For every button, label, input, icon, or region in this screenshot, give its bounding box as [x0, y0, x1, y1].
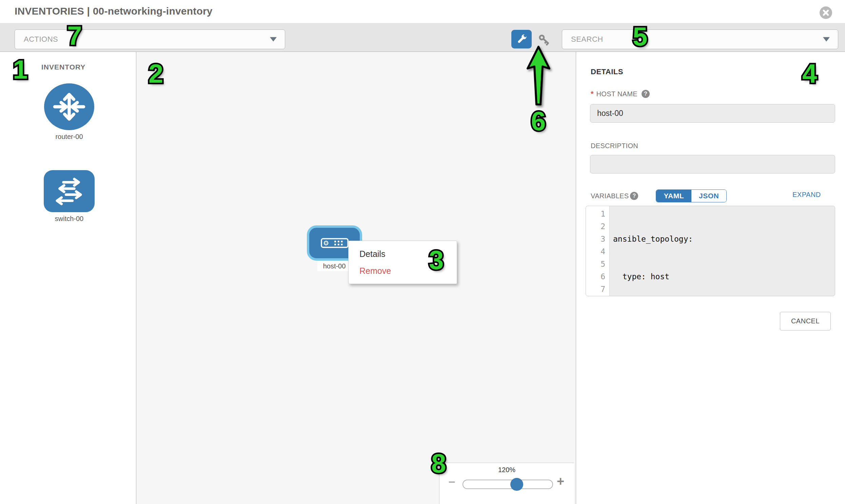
close-icon	[822, 9, 829, 16]
annotation-number-2: 2	[148, 58, 163, 89]
inventory-palette-title: INVENTORY	[41, 63, 85, 71]
line-number: 1	[586, 208, 605, 220]
annotation-arrow-up	[524, 44, 554, 108]
annotation-number-4: 4	[802, 58, 817, 89]
code-line: ansible_topology:	[613, 233, 835, 246]
expand-link[interactable]: EXPAND	[792, 191, 821, 199]
palette-item-label: router-00	[43, 133, 95, 141]
annotation-number-7: 7	[67, 20, 82, 51]
topology-canvas[interactable]: host-00 Details Remove 120% − +	[136, 52, 576, 504]
line-number: 4	[586, 246, 605, 258]
palette-item-switch[interactable]: switch-00	[43, 170, 95, 223]
zoom-out-button[interactable]: −	[448, 476, 455, 488]
zoom-slider-track[interactable]	[462, 480, 553, 489]
actions-dropdown-label: ACTIONS	[24, 35, 58, 44]
host-icon	[321, 238, 349, 248]
annotation-number-5: 5	[633, 21, 647, 52]
host-node-label: host-00	[317, 261, 351, 271]
details-panel: DETAILS * HOST NAME ? DESCRIPTION VARIAB…	[577, 52, 845, 504]
code-line: type: host	[613, 270, 835, 283]
zoom-level-value: 120%	[439, 466, 574, 474]
line-number: 6	[586, 270, 605, 283]
zoom-in-button[interactable]: +	[557, 474, 564, 488]
host-name-input[interactable]	[590, 104, 835, 123]
palette-item-label: switch-00	[43, 215, 95, 223]
search-dropdown[interactable]: SEARCH	[562, 30, 838, 49]
variables-format-toggle: YAML JSON	[656, 190, 727, 202]
host-name-label: HOST NAME	[596, 90, 637, 98]
code-line-numbers: 1 2 3 4 5 6 7	[586, 206, 610, 296]
description-label: DESCRIPTION	[591, 142, 638, 150]
search-dropdown-label: SEARCH	[571, 35, 603, 44]
line-number: 5	[586, 258, 605, 270]
switch-shape[interactable]	[44, 170, 94, 212]
variables-label-row: VARIABLES ? YAML JSON	[591, 190, 727, 202]
line-number: 7	[586, 283, 605, 295]
close-button[interactable]	[820, 6, 832, 19]
annotation-number-8: 8	[431, 448, 446, 479]
cancel-button[interactable]: CANCEL	[780, 312, 831, 330]
breadcrumb: INVENTORIES | 00-networking-inventory	[15, 5, 213, 17]
variables-label: VARIABLES	[591, 192, 629, 200]
zoom-slider-thumb[interactable]	[510, 478, 523, 491]
variables-code-editor[interactable]: 1 2 3 4 5 6 7 ansible_topology: type: ho…	[586, 206, 835, 296]
router-shape[interactable]	[44, 84, 94, 130]
host-name-label-row: * HOST NAME ?	[591, 89, 650, 98]
chevron-down-icon	[270, 37, 277, 42]
description-input[interactable]	[590, 155, 835, 174]
help-icon[interactable]: ?	[641, 90, 650, 98]
header-bar: INVENTORIES | 00-networking-inventory	[0, 0, 845, 23]
code-content[interactable]: ansible_topology: type: host name: host-…	[610, 206, 835, 296]
annotation-number-1: 1	[13, 54, 28, 85]
annotation-number-3: 3	[429, 245, 443, 275]
help-icon[interactable]: ?	[630, 192, 638, 200]
router-icon	[52, 89, 87, 124]
chevron-down-icon	[823, 37, 830, 42]
actions-dropdown[interactable]: ACTIONS	[15, 30, 285, 49]
zoom-control: 120% − +	[439, 463, 574, 504]
line-number: 3	[586, 233, 605, 246]
switch-icon	[52, 175, 86, 207]
details-panel-title: DETAILS	[591, 68, 623, 76]
required-asterisk: *	[591, 89, 594, 98]
line-number: 2	[586, 220, 605, 233]
toggle-yaml-button[interactable]: YAML	[656, 190, 691, 202]
wrench-icon	[515, 33, 528, 46]
toolbar: ACTIONS SEARCH	[0, 23, 845, 52]
annotation-number-6: 6	[531, 106, 546, 137]
palette-item-router[interactable]: router-00	[43, 84, 95, 141]
toggle-json-button[interactable]: JSON	[691, 190, 726, 202]
